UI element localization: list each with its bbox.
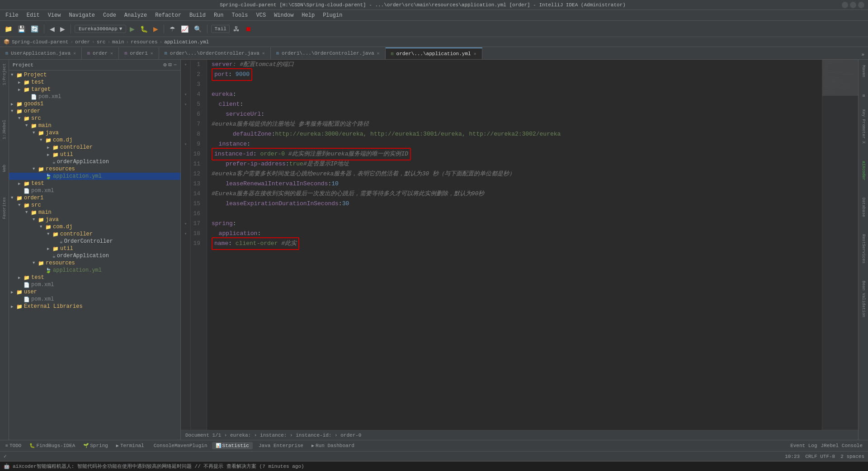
tree-item-application-yml[interactable]: 🍃 application.yml xyxy=(9,173,180,180)
menu-item-window[interactable]: Window xyxy=(270,11,297,19)
tree-item-target[interactable]: ▶ 📁 target xyxy=(9,86,180,93)
menu-item-edit[interactable]: Edit xyxy=(23,11,43,19)
breadcrumb-item-spring-cloud-parent[interactable]: Spring-cloud-parent xyxy=(12,39,68,45)
tree-item-ordercontroller[interactable]: ☕ OrderController xyxy=(9,238,180,245)
fold-icon[interactable]: ▾ xyxy=(184,221,187,226)
toolbar-sync-btn[interactable]: 🔄 xyxy=(29,24,40,33)
database-icon[interactable]: Database xyxy=(861,198,866,217)
git-status[interactable]: ✓ xyxy=(4,453,7,459)
breadcrumb-item-order[interactable]: order xyxy=(75,39,90,45)
coverage-btn[interactable]: ☂ xyxy=(168,24,177,33)
tree-item-orderapplication[interactable]: ☕ orderApplication xyxy=(9,158,180,165)
panel-cog-icon[interactable]: ⚙ xyxy=(163,61,166,68)
bottom-tab-spring[interactable]: 🌱Spring xyxy=(80,442,112,449)
tree-item-java[interactable]: ▼ 📁 java xyxy=(9,129,180,137)
bottom-tab-findbugs-idea[interactable]: 🐛FindBugs-IDEA xyxy=(26,442,79,449)
panel-expand-icon[interactable]: − xyxy=(174,62,177,68)
tab-close-icon[interactable]: ✕ xyxy=(377,51,380,56)
tree-item-application-yml[interactable]: 🍃 application.yml xyxy=(9,267,180,274)
toolbar-back-btn[interactable]: ◀ xyxy=(48,24,57,33)
maven-icon[interactable]: Maven xyxy=(861,65,866,77)
menu-item-navigate[interactable]: Navigate xyxy=(65,11,99,19)
tree-item-pom-xml[interactable]: 📄 pom.xml xyxy=(9,296,180,303)
menu-item-tools[interactable]: Tools xyxy=(228,11,252,19)
tree-item-com-dj[interactable]: ▼ 📁 com.dj xyxy=(9,137,180,144)
tab-close-icon[interactable]: ✕ xyxy=(262,51,265,56)
tree-item-src[interactable]: ▼ 📁 src xyxy=(9,202,180,209)
bottom-tab-todo[interactable]: ≡TODO xyxy=(2,442,25,449)
tree-item-resources[interactable]: ▼ 📁 resources xyxy=(9,259,180,267)
jrebel-icon[interactable]: 1:JRebel xyxy=(2,120,7,139)
tree-item-external-libraries[interactable]: ▶ 📁 External Libraries xyxy=(9,303,180,310)
bean-validation-icon[interactable]: Bean Validation xyxy=(861,281,866,317)
tab-close-icon[interactable]: ✕ xyxy=(110,51,113,56)
menu-item-build[interactable]: Build xyxy=(186,11,209,19)
debug-btn[interactable]: 🐛 xyxy=(138,24,150,33)
fold-icon[interactable]: ▾ xyxy=(184,141,187,147)
key-promoter-icon[interactable]: Key Promoter X xyxy=(861,109,866,144)
jrebel-console-btn[interactable]: JRebel Console xyxy=(821,443,863,448)
bottom-tab-terminal[interactable]: ▶Terminal xyxy=(113,442,148,449)
bottom-tab-run-dashboard[interactable]: ▶Run Dashboard xyxy=(308,442,358,449)
aixcoder-icon[interactable]: aiXcoder xyxy=(861,161,866,180)
tree-item-resources[interactable]: ▼ 📁 resources xyxy=(9,165,180,173)
breadcrumb-item-main[interactable]: main xyxy=(112,39,124,45)
event-log-btn[interactable]: Event Log xyxy=(790,443,817,448)
project-icon[interactable]: 1:Project xyxy=(2,63,7,85)
tree-item-order1[interactable]: ▼ 📁 order1 xyxy=(9,194,180,202)
maximize-button[interactable]: □ xyxy=(850,2,856,8)
bottom-tab-java-enterprise[interactable]: Java Enterprise xyxy=(254,442,307,449)
run-config-selector[interactable]: Eureka3000App ▼ xyxy=(75,25,126,33)
toolbar-project-btn[interactable]: 📁 xyxy=(3,24,14,33)
tab-userapplication-java[interactable]: mUserApplication.java✕ xyxy=(0,47,82,59)
tree-item-pom-xml[interactable]: 📄 pom.xml xyxy=(9,93,180,100)
favorites-icon[interactable]: Favorites xyxy=(2,197,7,219)
toolbar-save-btn[interactable]: 💾 xyxy=(16,24,27,33)
tree-item-pom-xml[interactable]: 📄 pom.xml xyxy=(9,281,180,288)
menu-item-view[interactable]: View xyxy=(44,11,65,19)
tree-item-order[interactable]: ▼ 📁 order xyxy=(9,108,180,115)
tab-order-----ordercontroller-java[interactable]: morder\...\OrderController.java✕ xyxy=(159,47,271,59)
tree-item-controller[interactable]: ▼ 📁 controller xyxy=(9,231,180,238)
menu-item-refactor[interactable]: Refactor xyxy=(151,11,185,19)
tab-close-icon[interactable]: ✕ xyxy=(151,51,153,56)
menu-item-plugin[interactable]: Plugin xyxy=(319,11,346,19)
fold-icon[interactable]: ▾ xyxy=(184,231,187,236)
menu-item-vcs[interactable]: VCS xyxy=(253,11,270,19)
tab-order1[interactable]: morder1✕ xyxy=(119,47,159,59)
restservices-icon[interactable]: RestServices xyxy=(861,234,866,264)
breadcrumb-item-application-yml[interactable]: application.yml xyxy=(164,39,209,45)
menu-item-help[interactable]: Help xyxy=(298,11,318,19)
tree-item-orderapplication[interactable]: ☕ orderApplication xyxy=(9,252,180,259)
tree-item-test[interactable]: ▶ 📁 test xyxy=(9,79,180,86)
breadcrumb-item-src[interactable]: src xyxy=(97,39,106,45)
minimize-button[interactable]: ─ xyxy=(842,2,848,8)
tab-order1-----ordercontroller-java[interactable]: morder1\...\OrderController.java✕ xyxy=(271,47,386,59)
tab-overflow-btn[interactable]: » xyxy=(858,50,868,59)
tree-item-goods1[interactable]: ▶ 📁 goods1 xyxy=(9,100,180,108)
tree-item-test[interactable]: ▶ 📁 test xyxy=(9,180,180,187)
menu-item-analyze[interactable]: Analyze xyxy=(121,11,151,19)
tab-order[interactable]: morder✕ xyxy=(82,47,119,59)
tree-item-java[interactable]: ▼ 📁 java xyxy=(9,216,180,223)
web-icon[interactable]: Web xyxy=(2,165,7,172)
tab-close-icon[interactable]: ✕ xyxy=(73,51,76,56)
tree-item-pom-xml[interactable]: 📄 pom.xml xyxy=(9,187,180,194)
stop-btn[interactable]: ⏹ xyxy=(243,24,253,33)
tree-item-util[interactable]: ▶ 📁 util xyxy=(9,245,180,252)
panel-layout-icon[interactable]: ⊟ xyxy=(169,61,172,68)
menu-item-code[interactable]: Code xyxy=(99,11,120,19)
tree-item-test[interactable]: ▶ 📁 test xyxy=(9,274,180,281)
tree-item-com-dj[interactable]: ▼ 📁 com.dj xyxy=(9,223,180,231)
profiler-btn[interactable]: 📈 xyxy=(179,24,190,33)
menu-item-file[interactable]: File xyxy=(2,11,22,19)
toolbar-forward-btn[interactable]: ▶ xyxy=(58,24,67,33)
fold-icon[interactable]: ▾ xyxy=(184,102,187,107)
tab-order-----application-yml[interactable]: morder\...\application.yml✕ xyxy=(386,47,482,59)
line-ending[interactable]: CRLF UTF-8 xyxy=(805,454,835,459)
build-btn[interactable]: ▶ xyxy=(128,24,137,33)
tree-item-main[interactable]: ▼ 📁 main xyxy=(9,122,180,129)
menu-item-run[interactable]: Run xyxy=(210,11,227,19)
tree-item-controller[interactable]: ▶ 📁 controller xyxy=(9,144,180,151)
breadcrumb-item-resources[interactable]: resources xyxy=(131,39,157,45)
